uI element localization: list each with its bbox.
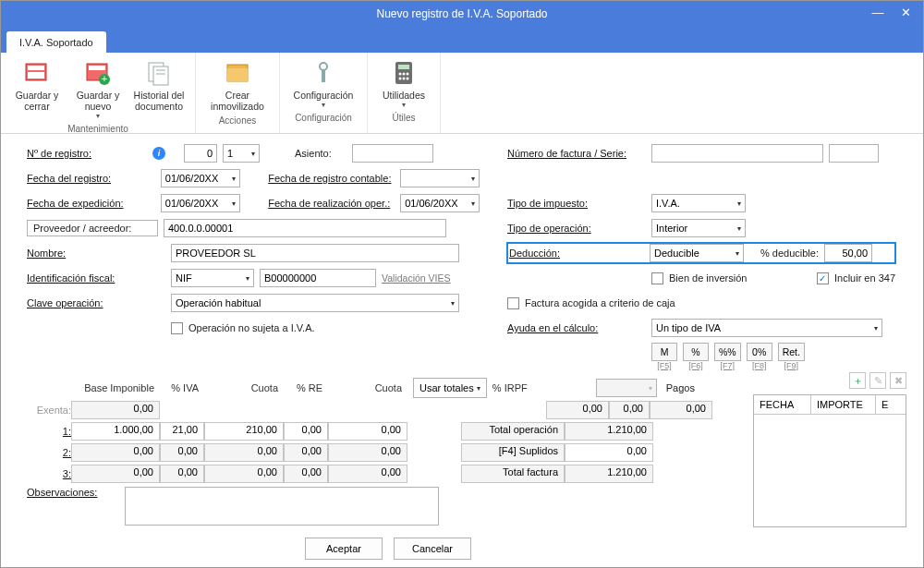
op-type-select[interactable]: Interior▾: [651, 219, 746, 237]
op-type-label[interactable]: Tipo de operación:: [507, 223, 646, 234]
row2-label[interactable]: 2:: [27, 447, 71, 458]
save-close-icon: [22, 58, 52, 88]
edit-payment-icon[interactable]: ✎: [869, 372, 886, 389]
delete-payment-icon[interactable]: ✖: [890, 372, 906, 389]
r3-iva[interactable]: 0,00: [160, 465, 204, 483]
svg-point-21: [403, 78, 406, 80]
suplidos-val[interactable]: 0,00: [565, 443, 653, 462]
svg-text:+: +: [102, 73, 107, 84]
titlebar: Nuevo registro de I.V.A. Soportado — ✕: [1, 1, 923, 27]
accept-button[interactable]: Aceptar: [305, 538, 383, 560]
minimize-icon[interactable]: —: [864, 1, 892, 23]
op-key-select[interactable]: Operación habitual▾: [171, 294, 459, 312]
calc-help-select[interactable]: Un tipo de IVA▾: [651, 319, 882, 337]
svg-rect-16: [398, 65, 409, 69]
invoice-no-input[interactable]: [651, 144, 823, 163]
chevron-down-icon: ▾: [96, 112, 100, 120]
reg-no-a-input[interactable]: [184, 144, 217, 163]
acc-date-label[interactable]: Fecha de registro contable:: [268, 173, 395, 184]
payments-col-amount: IMPORTE: [811, 395, 876, 414]
irpf-base: 0,00: [546, 401, 609, 419]
not-subject-checkbox[interactable]: Operación no sujeta a I.V.A.: [171, 322, 315, 334]
vies-link[interactable]: Validación VIES: [382, 272, 451, 284]
ribbon: Guardar y cerrar + Guardar y nuevo ▾ His…: [1, 53, 923, 134]
deduction-label[interactable]: Deducción:: [509, 248, 644, 259]
tax-type-select[interactable]: I.V.A.▾: [651, 194, 746, 212]
r1-cuota2[interactable]: 0,00: [328, 422, 407, 441]
deduction-select[interactable]: Deducible▾: [650, 244, 744, 262]
date-exp-input[interactable]: 01/06/20XX▾: [161, 194, 240, 212]
svg-rect-2: [28, 72, 44, 79]
save-close-button[interactable]: Guardar y cerrar: [6, 56, 67, 122]
close-icon[interactable]: ✕: [892, 1, 919, 23]
r1-base[interactable]: 1.000,00: [71, 422, 160, 441]
asiento-input[interactable]: [352, 144, 433, 163]
calc-m-button[interactable]: M: [651, 343, 677, 361]
add-payment-icon[interactable]: ＋: [849, 372, 866, 389]
calc-help-label[interactable]: Ayuda en el cálculo:: [507, 322, 646, 333]
r1-cuota[interactable]: 210,00: [204, 422, 284, 441]
reg-no-label[interactable]: Nº de registro:: [27, 148, 147, 159]
cancel-button[interactable]: Cancelar: [394, 538, 471, 560]
create-fixed-asset-button[interactable]: Crear inmovilizado: [201, 56, 274, 114]
op-key-label[interactable]: Clave operación:: [27, 297, 165, 308]
history-button[interactable]: Historial del documento: [128, 56, 189, 122]
r1-re[interactable]: 0,00: [284, 422, 328, 441]
real-date-label[interactable]: Fecha de realización oper.:: [268, 198, 395, 209]
date-reg-input[interactable]: 01/06/20XX▾: [161, 169, 240, 187]
calc-pctpct-button[interactable]: %%: [714, 343, 741, 361]
save-new-button[interactable]: + Guardar y nuevo ▾: [67, 56, 128, 122]
svg-point-13: [320, 63, 327, 70]
r3-cuota[interactable]: 0,00: [204, 465, 284, 483]
row3-label[interactable]: 3:: [27, 468, 71, 479]
exenta-base: 0,00: [71, 401, 160, 419]
fiscal-no-input[interactable]: [260, 269, 376, 287]
reg-no-b-select[interactable]: 1▾: [223, 144, 260, 163]
config-button[interactable]: Configuración ▾: [286, 56, 361, 111]
use-totals-button[interactable]: Usar totales ▾: [413, 378, 487, 398]
include-347-checkbox[interactable]: ✓Incluir en 347: [817, 272, 895, 284]
fiscal-type-select[interactable]: NIF▾: [171, 269, 254, 287]
name-label[interactable]: Nombre:: [27, 248, 165, 259]
ribbon-group-utiles: Utilidades ▾ Útiles: [368, 53, 441, 133]
r2-re[interactable]: 0,00: [284, 443, 328, 462]
date-reg-label[interactable]: Fecha del registro:: [27, 173, 155, 184]
total-op-label: Total operación: [461, 422, 565, 441]
svg-rect-4: [89, 66, 105, 70]
r1-iva[interactable]: 21,00: [160, 422, 204, 441]
observations-label[interactable]: Observaciones:: [27, 487, 119, 498]
r2-base[interactable]: 0,00: [71, 443, 160, 462]
tabstrip: I.V.A. Soportado: [1, 27, 923, 53]
irpf-cuota: 0,00: [650, 401, 712, 419]
name-input[interactable]: [171, 244, 459, 262]
r3-base[interactable]: 0,00: [71, 465, 160, 483]
calc-pct-button[interactable]: %: [683, 343, 709, 361]
r2-iva[interactable]: 0,00: [160, 443, 204, 462]
calc-ret-button[interactable]: Ret.: [778, 343, 805, 361]
tax-type-label[interactable]: Tipo de impuesto:: [507, 198, 646, 209]
date-exp-label[interactable]: Fecha de expedición:: [27, 198, 155, 209]
r3-cuota2[interactable]: 0,00: [328, 465, 407, 483]
tab-iva-soportado[interactable]: I.V.A. Soportado: [6, 31, 106, 53]
window-title: Nuevo registro de I.V.A. Soportado: [376, 7, 547, 20]
irpf-type-select[interactable]: ▾: [596, 379, 657, 397]
invoice-serie-input[interactable]: [829, 144, 879, 163]
row1-label[interactable]: 1:: [27, 426, 71, 437]
acc-date-input[interactable]: ▾: [400, 169, 480, 187]
utilities-button[interactable]: Utilidades ▾: [373, 56, 434, 111]
real-date-input[interactable]: 01/06/20XX▾: [400, 194, 480, 212]
investment-checkbox[interactable]: Bien de inversión: [651, 272, 747, 284]
deduct-pct-input[interactable]: [824, 244, 872, 262]
cash-criteria-checkbox[interactable]: Factura acogida a criterio de caja: [507, 297, 675, 309]
r2-cuota2[interactable]: 0,00: [328, 443, 407, 462]
fiscal-label[interactable]: Identificación fiscal:: [27, 272, 165, 284]
supplier-code-input[interactable]: [164, 219, 446, 237]
info-icon[interactable]: i: [152, 147, 165, 160]
observations-textarea[interactable]: [125, 487, 439, 526]
r3-re[interactable]: 0,00: [284, 465, 328, 483]
svg-point-19: [407, 73, 409, 76]
invoice-label[interactable]: Número de factura / Serie:: [507, 148, 646, 159]
r2-cuota[interactable]: 0,00: [204, 443, 284, 462]
supplier-label: Proveedor / acreedor:: [27, 220, 158, 236]
calc-zero-button[interactable]: 0%: [747, 343, 772, 361]
